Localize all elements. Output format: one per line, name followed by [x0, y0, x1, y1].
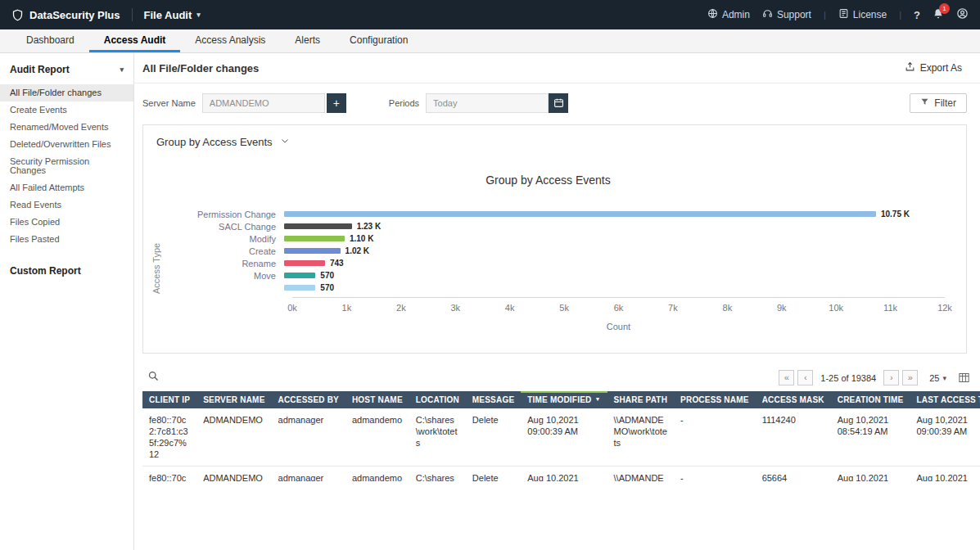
chart-bar-row: 570 — [163, 282, 945, 294]
chart-bar-row: Create1.02 K — [163, 245, 945, 257]
x-axis-tick: 10k — [829, 303, 843, 313]
table-cell: Aug 10,2021 09:00:39 AM — [910, 408, 980, 467]
table-cell: Aug 10,2021 09:00:39 AM — [521, 408, 607, 467]
sidebar-item[interactable]: Create Events — [0, 101, 133, 119]
periods-input[interactable] — [426, 93, 549, 113]
x-axis-tick: 12k — [937, 303, 952, 313]
headset-icon — [762, 8, 773, 21]
module-name: File Audit — [144, 9, 192, 21]
chevron-down-icon: ▾ — [196, 11, 201, 19]
prev-page-button[interactable]: ‹ — [797, 370, 813, 385]
table-cell: fe80::70c2:7c81:c35f:29c7%12 — [142, 408, 196, 467]
table-cell: ADMANDEMO — [196, 408, 271, 467]
tab-configuration[interactable]: Configuration — [335, 29, 422, 52]
search-icon[interactable] — [147, 370, 160, 385]
audit-table: CLIENT IPSERVER NAMEACCESSED BYHOST NAME… — [142, 391, 980, 481]
calendar-button[interactable] — [549, 93, 568, 113]
brand-logo-icon — [11, 9, 24, 21]
add-server-button[interactable]: + — [327, 93, 346, 113]
chart-bar — [284, 223, 352, 229]
sidebar-item[interactable]: Security Permission Changes — [0, 153, 133, 179]
chart-value-label: 743 — [330, 259, 344, 268]
page-size-select[interactable]: 25 ▾ — [929, 373, 946, 383]
column-header[interactable]: MESSAGE — [466, 391, 521, 408]
table-cell: Aug 10,2021 08:54:19 AM — [831, 408, 910, 467]
help-icon[interactable]: ? — [914, 9, 920, 21]
chart-category-label: SACL Change — [163, 222, 284, 232]
column-header[interactable]: CREATION TIME — [831, 391, 910, 408]
filter-button[interactable]: Filter — [910, 93, 967, 113]
column-header[interactable]: TIME MODIFIED▼ — [521, 391, 607, 408]
table-cell: admanager — [272, 408, 345, 467]
chart-plot: Permission Change10.75 KSACL Change1.23 … — [163, 208, 945, 294]
chart-value-label: 1.10 K — [350, 234, 373, 243]
tab-access-analysis[interactable]: Access Analysis — [180, 29, 280, 52]
sidebar-item[interactable]: Read Events — [0, 196, 133, 214]
tab-dashboard[interactable]: Dashboard — [11, 29, 89, 52]
table-cell: Aug 10,2021 08:54:35 AM — [910, 467, 980, 482]
last-page-button[interactable]: » — [902, 370, 918, 385]
table-cell: C:\shares\work\totets — [409, 408, 466, 467]
topbar: DataSecurity Plus File Audit ▾ Admin Sup… — [0, 0, 980, 29]
column-header[interactable]: SHARE PATH — [607, 391, 675, 408]
sidebar-item[interactable]: All File/Folder changes — [0, 84, 133, 101]
export-as-button[interactable]: Export As — [900, 61, 967, 75]
sidebar-item[interactable]: All Failed Attempts — [0, 179, 133, 196]
column-header[interactable]: HOST NAME — [345, 391, 409, 408]
sidebar-item[interactable]: Files Pasted — [0, 231, 133, 248]
tab-access-audit[interactable]: Access Audit — [89, 29, 181, 52]
chevron-down-icon — [280, 136, 290, 148]
server-name-input[interactable] — [202, 93, 325, 113]
notifications-button[interactable]: 1 — [933, 8, 944, 22]
custom-report-section[interactable]: Custom Report — [0, 255, 133, 286]
x-axis-tick: 1k — [342, 303, 352, 313]
table-row[interactable]: fe80::70c2:7c81:c35f:29c7%12ADMANDEMOadm… — [142, 467, 980, 482]
periods-label: Periods — [389, 98, 419, 108]
chart-value-label: 1.23 K — [357, 222, 381, 231]
license-menu[interactable]: License — [838, 8, 887, 21]
chart-value-label: 570 — [320, 283, 334, 292]
sidebar: Audit Report ▾ All File/Folder changesCr… — [0, 53, 134, 550]
column-header[interactable]: ACCESS MASK — [756, 391, 831, 408]
column-header[interactable]: ACCESSED BY — [272, 391, 345, 408]
chart-bar-track: 1.10 K — [284, 232, 945, 245]
sidebar-item[interactable]: Files Copied — [0, 214, 133, 231]
x-axis-tick: 3k — [450, 303, 460, 313]
audit-report-section[interactable]: Audit Report ▾ — [0, 53, 133, 84]
x-axis-tick: 4k — [505, 303, 515, 313]
column-header[interactable]: LAST ACCESS TIME — [910, 391, 980, 408]
first-page-button[interactable]: « — [779, 370, 794, 385]
sidebar-items: All File/Folder changesCreate EventsRena… — [0, 84, 133, 248]
table-cell: C:\shares\work\totets\r — [409, 467, 466, 482]
column-header[interactable]: SERVER NAME — [196, 391, 271, 408]
sidebar-item[interactable]: Deleted/Overwritten Files — [0, 136, 133, 153]
table-header-row: CLIENT IPSERVER NAMEACCESSED BYHOST NAME… — [142, 391, 980, 408]
support-menu[interactable]: Support — [762, 8, 811, 21]
group-by-collapser[interactable]: Group by Access Events — [143, 125, 966, 159]
table-cell: - — [674, 467, 756, 482]
table-row[interactable]: fe80::70c2:7c81:c35f:29c7%12ADMANDEMOadm… — [142, 408, 980, 467]
table-viewport: CLIENT IPSERVER NAMEACCESSED BYHOST NAME… — [142, 391, 980, 481]
column-header[interactable]: CLIENT IP — [142, 391, 196, 408]
chart-bar-row: Permission Change10.75 K — [163, 208, 945, 220]
table-cell: \\ADMANDEMO\work\totets — [607, 408, 675, 467]
tab-alerts[interactable]: Alerts — [280, 29, 335, 52]
x-axis-tick: 6k — [614, 303, 624, 313]
user-menu[interactable] — [956, 7, 969, 22]
admin-menu[interactable]: Admin — [707, 8, 750, 21]
column-chooser-icon[interactable] — [958, 372, 970, 384]
column-header[interactable]: PROCESS NAME — [674, 391, 756, 408]
table-toolbar: « ‹ 1-25 of 19384 › » 25 ▾ — [142, 363, 980, 391]
notification-badge: 1 — [939, 3, 950, 14]
next-page-button[interactable]: › — [883, 370, 899, 385]
chart-value-label: 570 — [320, 271, 334, 280]
app-root: DataSecurity Plus File Audit ▾ Admin Sup… — [0, 0, 980, 550]
license-icon — [838, 8, 849, 21]
table-cell: 65664 — [756, 467, 831, 482]
chart-bar-track: 1.02 K — [284, 245, 945, 257]
module-switcher[interactable]: File Audit ▾ — [144, 9, 201, 21]
sidebar-item[interactable]: Renamed/Moved Events — [0, 119, 133, 136]
column-header[interactable]: LOCATION — [409, 391, 466, 408]
chart-bar — [284, 273, 315, 278]
chart-bar — [284, 285, 315, 291]
